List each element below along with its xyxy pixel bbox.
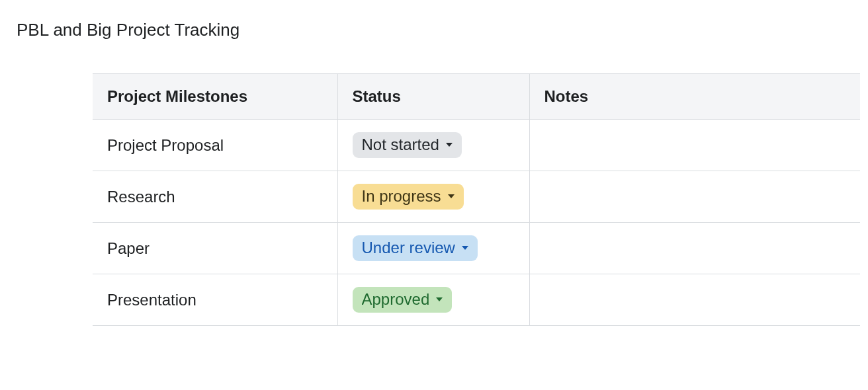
- table-row: Research In progress: [93, 171, 860, 223]
- status-label: In progress: [362, 187, 441, 206]
- cell-milestone[interactable]: Paper: [93, 223, 337, 274]
- cell-milestone[interactable]: Project Proposal: [93, 120, 337, 171]
- status-label: Not started: [362, 136, 439, 155]
- cell-status: Under review: [337, 223, 529, 274]
- header-milestones: Project Milestones: [93, 74, 337, 120]
- cell-status: In progress: [337, 171, 529, 223]
- header-notes: Notes: [529, 74, 860, 120]
- project-table: Project Milestones Status Notes Project …: [93, 73, 860, 326]
- status-chip[interactable]: In progress: [353, 184, 464, 210]
- cell-notes[interactable]: [529, 274, 860, 326]
- page-title: PBL and Big Project Tracking: [17, 20, 848, 40]
- project-table-container: Project Milestones Status Notes Project …: [93, 73, 860, 326]
- cell-milestone[interactable]: Presentation: [93, 274, 337, 326]
- table-row: Paper Under review: [93, 223, 860, 274]
- cell-status: Not started: [337, 120, 529, 171]
- status-label: Approved: [362, 290, 430, 309]
- status-chip[interactable]: Not started: [353, 132, 462, 159]
- status-chip[interactable]: Under review: [353, 235, 478, 262]
- cell-notes[interactable]: [529, 171, 860, 223]
- chevron-down-icon: [446, 143, 453, 147]
- header-status: Status: [337, 74, 529, 120]
- table-row: Presentation Approved: [93, 274, 860, 326]
- chevron-down-icon: [436, 297, 443, 301]
- status-label: Under review: [362, 239, 455, 258]
- chevron-down-icon: [448, 194, 455, 198]
- cell-notes[interactable]: [529, 223, 860, 274]
- status-chip[interactable]: Approved: [353, 287, 453, 313]
- chevron-down-icon: [462, 246, 468, 250]
- table-header-row: Project Milestones Status Notes: [93, 74, 860, 120]
- cell-status: Approved: [337, 274, 529, 326]
- cell-milestone[interactable]: Research: [93, 171, 337, 223]
- table-row: Project Proposal Not started: [93, 120, 860, 171]
- cell-notes[interactable]: [529, 120, 860, 171]
